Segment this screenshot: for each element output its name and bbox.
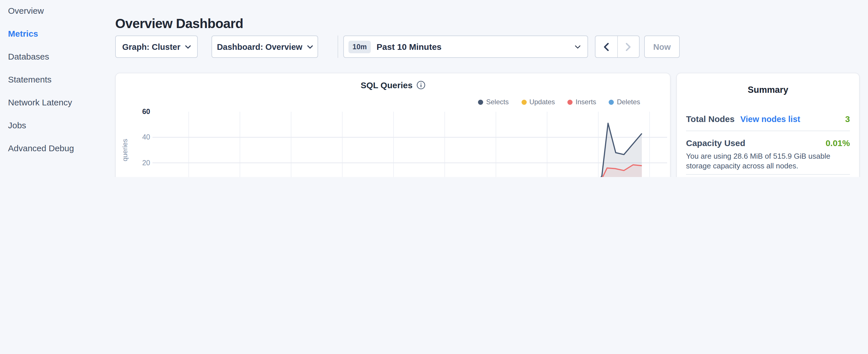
summary-row-value: 0.01% — [826, 138, 850, 148]
summary-rows: Total NodesView nodes list3Capacity Used… — [686, 109, 850, 177]
summary-divider — [686, 131, 850, 131]
chevron-left-icon — [604, 43, 609, 51]
summary-divider — [686, 174, 850, 175]
info-icon[interactable] — [417, 81, 425, 89]
toolbar-divider — [338, 35, 338, 58]
now-button[interactable]: Now — [644, 35, 680, 58]
sidebar-item-metrics[interactable]: Metrics — [8, 28, 112, 39]
sql-queries-chart-card: SQL Queries SelectsUpdatesInsertsDeletes… — [115, 73, 671, 177]
page-title: Overview Dashboard — [115, 16, 243, 32]
time-step-back-button[interactable] — [595, 36, 617, 57]
svg-text:queries: queries — [121, 139, 129, 162]
time-step-forward-button[interactable] — [617, 36, 639, 57]
chevron-down-icon — [575, 45, 581, 49]
sidebar-item-databases[interactable]: Databases — [8, 51, 112, 62]
app-root: OverviewMetricsDatabasesStatementsNetwor… — [0, 0, 868, 177]
graph-dropdown-label: Graph: Cluster — [122, 42, 180, 51]
svg-text:20: 20 — [142, 159, 150, 167]
chevron-down-icon — [307, 45, 313, 49]
chart-title: SQL Queries — [361, 80, 412, 90]
chevron-down-icon — [185, 45, 191, 49]
sql-queries-chart-plot[interactable]: 020406016:3816:3916:4016:4116:4216:4316:… — [116, 104, 671, 177]
chevron-right-icon — [626, 43, 631, 51]
summary-row-capacity-used: Capacity Used0.01% — [686, 133, 850, 153]
graph-dropdown[interactable]: Graph: Cluster — [115, 35, 198, 58]
time-step-buttons — [595, 35, 640, 58]
summary-row-value: 3 — [845, 114, 850, 124]
svg-text:40: 40 — [142, 133, 150, 141]
dashboard-dropdown-label: Dashboard: Overview — [217, 42, 302, 51]
summary-row-unavailable-ranges: Unavailable ranges0 — [686, 176, 850, 177]
time-range-select[interactable]: 10m Past 10 Minutes — [343, 35, 588, 58]
summary-row-total-nodes: Total NodesView nodes list3 — [686, 109, 850, 129]
sidebar-nav: OverviewMetricsDatabasesStatementsNetwor… — [0, 0, 112, 165]
time-range-label: Past 10 Minutes — [376, 42, 575, 52]
summary-row-label: Total Nodes — [686, 114, 735, 124]
sidebar-item-jobs[interactable]: Jobs — [8, 120, 112, 131]
dashboard-dropdown[interactable]: Dashboard: Overview — [212, 35, 318, 58]
sidebar-item-statements[interactable]: Statements — [8, 74, 112, 85]
summary-title: Summary — [686, 85, 850, 95]
summary-panel: Summary Total NodesView nodes list3Capac… — [676, 73, 860, 177]
svg-text:60: 60 — [142, 107, 150, 116]
summary-row-label: Capacity Used — [686, 138, 745, 148]
time-range-badge: 10m — [348, 40, 371, 53]
now-button-label: Now — [653, 42, 671, 51]
view-nodes-list-link[interactable]: View nodes list — [740, 115, 800, 124]
sidebar-item-advanced-debug[interactable]: Advanced Debug — [8, 142, 112, 154]
sidebar-item-overview[interactable]: Overview — [8, 5, 112, 16]
summary-row-note: You are using 28.6 MiB of 515.9 GiB usab… — [686, 152, 850, 171]
sidebar-item-network-latency[interactable]: Network Latency — [8, 97, 112, 108]
